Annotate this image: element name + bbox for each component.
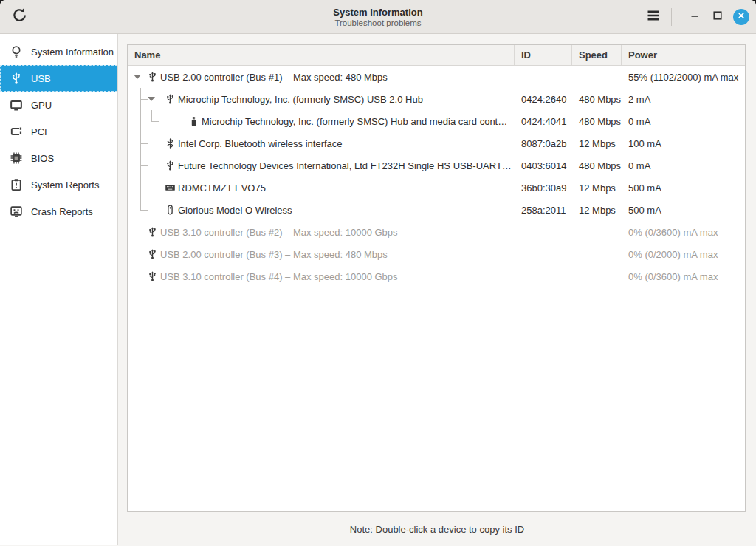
tree-guide-line xyxy=(151,121,159,122)
minimize-button[interactable] xyxy=(686,8,704,26)
refresh-icon xyxy=(12,7,27,26)
device-id-cell: 36b0:30a9 xyxy=(515,177,572,199)
table-row[interactable]: RDMCTMZT EVO7536b0:30a912 Mbps500 mA xyxy=(128,177,745,199)
expander-arrow-icon[interactable] xyxy=(134,75,141,79)
device-speed-cell xyxy=(572,265,622,287)
table-header: Name ID Speed Power xyxy=(128,45,745,66)
device-speed-cell: 480 Mbps xyxy=(572,110,622,132)
clipboard-report-icon xyxy=(10,178,23,191)
sidebar-item-label: USB xyxy=(31,73,51,84)
device-name-label: RDMCTMZT EVO75 xyxy=(128,182,266,194)
tree-guide-line xyxy=(140,143,148,144)
device-speed-cell: 12 Mbps xyxy=(572,199,622,221)
window-subtitle: Troubleshoot problems xyxy=(334,18,421,27)
tree-guide-line xyxy=(140,110,141,132)
device-power-cell: 55% (1102/2000) mA max xyxy=(622,66,745,88)
tree-guide-line xyxy=(140,188,148,188)
table-row[interactable]: Microchip Technology, Inc. (formerly SMS… xyxy=(128,88,745,110)
table-row[interactable]: USB 3.10 controller (Bus #2) – Max speed… xyxy=(128,221,745,243)
main-area: Name ID Speed Power USB 2.00 controller … xyxy=(118,34,756,545)
device-power-cell: 0% (0/2000) mA max xyxy=(622,243,745,265)
device-name-cell: USB 3.10 controller (Bus #4) – Max speed… xyxy=(128,265,515,287)
refresh-button[interactable] xyxy=(10,7,29,27)
column-header-id[interactable]: ID xyxy=(515,45,572,65)
table-row[interactable]: USB 3.10 controller (Bus #4) – Max speed… xyxy=(128,265,745,287)
sidebar-item-system-reports[interactable]: System Reports xyxy=(0,171,117,198)
table-row[interactable]: Intel Corp. Bluetooth wireless interface… xyxy=(128,132,745,154)
device-name-label: USB 3.10 controller (Bus #4) – Max speed… xyxy=(128,271,398,282)
device-id-cell: 0403:6014 xyxy=(515,154,572,177)
sidebar-item-crash-reports[interactable]: Crash Reports xyxy=(0,198,117,225)
device-power-cell: 500 mA xyxy=(622,199,745,221)
menu-button[interactable] xyxy=(646,8,661,26)
device-power-cell: 2 mA xyxy=(622,88,745,110)
expander-arrow-icon[interactable] xyxy=(148,97,155,101)
table-row[interactable]: Future Technology Devices International,… xyxy=(128,154,745,177)
sidebar-item-bios[interactable]: BIOS xyxy=(0,145,117,171)
table-body: USB 2.00 controller (Bus #1) – Max speed… xyxy=(128,66,745,287)
device-name-label: Future Technology Devices International,… xyxy=(128,160,512,171)
sidebar-item-system-information[interactable]: System Information xyxy=(0,38,117,65)
device-power-cell: 0% (0/3600) mA max xyxy=(622,265,745,287)
usb-icon xyxy=(147,271,158,282)
device-name-label: Microchip Technology, Inc. (formerly SMS… xyxy=(128,116,507,127)
device-name-label: Intel Corp. Bluetooth wireless interface xyxy=(128,138,343,149)
sidebar-item-label: Crash Reports xyxy=(31,206,93,217)
device-power-cell: 0 mA xyxy=(622,154,745,177)
device-id-cell xyxy=(515,265,572,287)
device-speed-cell: 12 Mbps xyxy=(572,177,622,199)
pci-card-icon xyxy=(10,125,23,138)
table-row[interactable]: Glorious Model O Wireless258a:201112 Mbp… xyxy=(128,199,745,221)
device-id-cell: 258a:2011 xyxy=(515,199,572,221)
device-name-cell: Microchip Technology, Inc. (formerly SMS… xyxy=(128,110,515,132)
device-power-cell: 0% (0/3600) mA max xyxy=(622,221,745,243)
sidebar-item-usb[interactable]: USB xyxy=(0,65,117,92)
device-name-cell: USB 2.00 controller (Bus #1) – Max speed… xyxy=(128,66,515,88)
usb-icon xyxy=(165,94,176,105)
device-id-cell xyxy=(515,66,572,88)
table-row[interactable]: USB 2.00 controller (Bus #3) – Max speed… xyxy=(128,243,745,265)
device-name-label: USB 3.10 controller (Bus #2) – Max speed… xyxy=(128,227,398,238)
lightbulb-icon xyxy=(10,45,23,58)
titlebar: System Information Troubleshoot problems xyxy=(0,0,756,34)
device-id-cell: 0424:2640 xyxy=(515,88,572,110)
usb-icon xyxy=(147,72,158,83)
device-name-cell: Microchip Technology, Inc. (formerly SMS… xyxy=(128,88,515,110)
device-speed-cell: 480 Mbps xyxy=(572,88,622,110)
note-text: Note: Double-click a device to copy its … xyxy=(118,513,756,545)
device-name-cell: Glorious Model O Wireless xyxy=(128,199,515,221)
device-name-cell: USB 2.00 controller (Bus #3) – Max speed… xyxy=(128,243,515,265)
table-row[interactable]: Microchip Technology, Inc. (formerly SMS… xyxy=(128,110,745,132)
sidebar-item-gpu[interactable]: GPU xyxy=(0,92,117,118)
close-icon xyxy=(736,10,746,24)
device-table: Name ID Speed Power USB 2.00 controller … xyxy=(127,44,746,512)
table-row[interactable]: USB 2.00 controller (Bus #1) – Max speed… xyxy=(128,66,745,88)
device-id-cell xyxy=(515,243,572,265)
crash-face-icon xyxy=(10,205,23,218)
sidebar-item-label: System Reports xyxy=(31,180,99,191)
device-power-cell: 100 mA xyxy=(622,132,745,154)
titlebar-separator xyxy=(671,8,672,26)
flash-drive-icon xyxy=(188,116,199,127)
device-name-label: USB 2.00 controller (Bus #3) – Max speed… xyxy=(128,249,388,260)
device-power-cell: 500 mA xyxy=(622,177,745,199)
sidebar-item-label: BIOS xyxy=(31,153,54,164)
column-header-speed[interactable]: Speed xyxy=(572,45,622,65)
bluetooth-icon xyxy=(165,138,176,149)
usb-icon xyxy=(165,160,176,171)
hamburger-menu-icon xyxy=(646,8,661,26)
device-speed-cell: 480 Mbps xyxy=(572,154,622,177)
monitor-icon xyxy=(10,98,23,112)
device-speed-cell xyxy=(572,66,622,88)
close-button[interactable] xyxy=(733,9,749,25)
sidebar-item-pci[interactable]: PCI xyxy=(0,118,117,145)
device-name-cell: Future Technology Devices International,… xyxy=(128,154,515,177)
column-header-power[interactable]: Power xyxy=(622,45,745,65)
device-power-cell: 0 mA xyxy=(622,110,745,132)
column-header-name[interactable]: Name xyxy=(128,45,515,65)
maximize-button[interactable] xyxy=(709,8,726,26)
usb-icon xyxy=(10,72,23,85)
device-speed-cell xyxy=(572,221,622,243)
device-id-cell: 8087:0a2b xyxy=(515,132,572,154)
maximize-icon xyxy=(712,10,724,24)
